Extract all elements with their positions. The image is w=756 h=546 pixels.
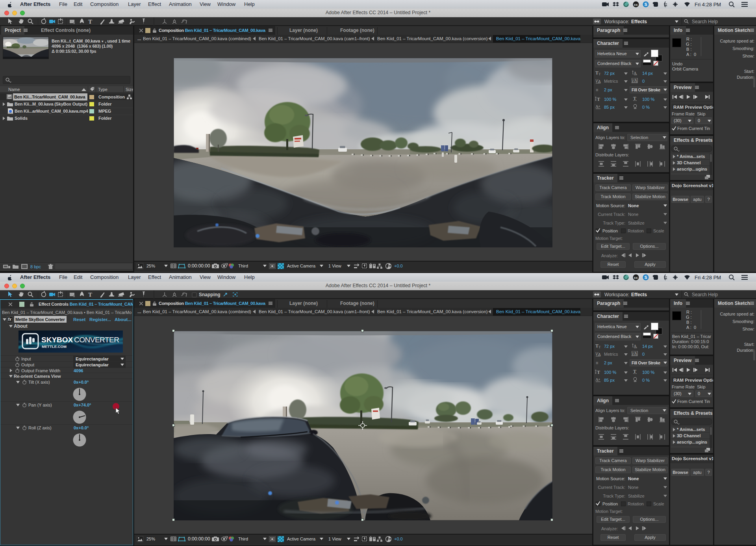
svg-text:T: T: [633, 369, 636, 374]
svg-text:METTLE.COM: METTLE.COM: [42, 344, 67, 349]
svg-text:T: T: [88, 19, 92, 25]
svg-text:T: T: [595, 70, 598, 75]
svg-text:A: A: [595, 377, 598, 382]
svg-text:CONVERTER: CONVERTER: [74, 336, 119, 344]
svg-text:A: A: [634, 351, 637, 356]
svg-text:a: a: [598, 377, 600, 381]
svg-text:T: T: [597, 97, 600, 101]
svg-text:T: T: [633, 96, 636, 101]
svg-text:T: T: [595, 343, 598, 348]
svg-text:SKYBOX: SKYBOX: [41, 336, 73, 344]
svg-text:Fri 4:28 PM: Fri 4:28 PM: [695, 275, 721, 280]
svg-text:T: T: [88, 292, 92, 298]
svg-text:Fri 4:28 PM: Fri 4:28 PM: [695, 2, 721, 7]
svg-text:a: a: [598, 104, 600, 108]
svg-text:S: S: [645, 2, 647, 7]
svg-text:S: S: [645, 275, 647, 280]
svg-text:A: A: [595, 104, 598, 109]
svg-text:cc: cc: [634, 276, 638, 280]
svg-text:T: T: [598, 345, 601, 348]
svg-text:cc: cc: [634, 3, 638, 7]
svg-text:A: A: [634, 344, 637, 348]
svg-text:A: A: [634, 71, 637, 75]
svg-text:A: A: [634, 78, 637, 83]
svg-text:T: T: [598, 72, 601, 75]
svg-text:Snapping: Snapping: [199, 292, 220, 297]
svg-text:T: T: [597, 370, 600, 374]
